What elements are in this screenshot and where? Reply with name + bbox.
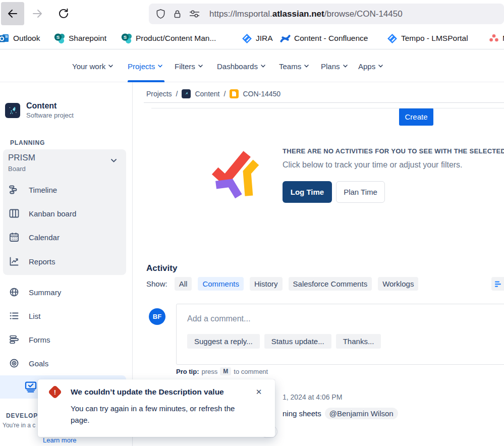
breadcrumb: Projects / Content / CON-14450	[146, 88, 281, 99]
nav-plans[interactable]: Plans	[321, 50, 348, 82]
shield-icon[interactable]	[155, 9, 166, 19]
filter-history[interactable]: History	[250, 277, 283, 291]
list-icon	[9, 311, 19, 321]
log-time-button[interactable]: Log Time	[283, 181, 332, 203]
sharepoint-icon: S	[54, 33, 65, 44]
sidebar-item-label: Calendar	[29, 233, 60, 242]
url-bar[interactable]: https://lmsportal.atlassian.net/browse/C…	[149, 4, 504, 24]
target-icon	[9, 358, 19, 368]
jira-icon	[242, 33, 252, 44]
nav-label: Dashboards	[217, 62, 258, 71]
sidebar-item-kanban-board[interactable]: Kanban board	[0, 203, 126, 224]
project-avatar-rocket-icon[interactable]	[5, 103, 20, 118]
bookmark-label: Content - Confluence	[294, 34, 368, 43]
user-avatar[interactable]: BF	[149, 308, 165, 325]
activity-heading: Activity	[146, 263, 177, 273]
nav-label: Teams	[279, 62, 301, 71]
tempo-logo-icon	[209, 147, 266, 204]
chevron-down-icon	[378, 65, 383, 68]
filter-salesforce-comments[interactable]: Salesforce Comments	[289, 277, 372, 291]
plan-time-button[interactable]: Plan Time	[336, 181, 385, 203]
bookmark-outlook[interactable]: Outlook	[0, 28, 40, 49]
planning-section-header: PLANNING	[10, 139, 45, 146]
keyboard-key-m: M	[220, 367, 231, 375]
pro-tip: Pro tip: press M to comment	[176, 367, 268, 375]
create-button[interactable]: Create	[399, 108, 433, 126]
bookmark-tempo[interactable]: Tempo - LMSPortal	[387, 28, 468, 49]
filter-all[interactable]: All	[175, 277, 192, 291]
comment-text-fragment: ning sheets @Benjamin Wilson	[283, 408, 398, 419]
sidebar-item-label: Kanban board	[29, 209, 76, 218]
browser-window: https://lmsportal.atlassian.net/browse/C…	[0, 0, 504, 446]
board-type: Board	[8, 165, 26, 173]
bookmark-confluence[interactable]: Content - Confluence	[280, 28, 368, 49]
filter-comments[interactable]: Comments	[198, 277, 244, 291]
reports-icon	[9, 256, 19, 266]
mention-benjamin-wilson[interactable]: @Benjamin Wilson	[325, 408, 398, 419]
quick-reply-thanks[interactable]: Thanks...	[336, 334, 381, 349]
comment-box[interactable]: Add a comment... Suggest a reply... Stat…	[176, 304, 504, 365]
chevron-down-icon	[261, 65, 265, 68]
quick-reply-suggest[interactable]: Suggest a reply...	[187, 334, 260, 349]
breadcrumb-projects[interactable]: Projects	[146, 90, 172, 98]
sidebar-item-list[interactable]: List	[0, 306, 126, 326]
chevron-down-icon	[304, 65, 309, 68]
nav-label: Projects	[128, 62, 155, 71]
chevron-down-icon	[198, 65, 203, 68]
forward-arrow-icon	[31, 8, 43, 20]
url-domain: atlassian.net	[272, 9, 324, 19]
chevron-down-icon[interactable]	[111, 159, 117, 162]
sidebar-item-calendar[interactable]: Calendar	[0, 227, 126, 247]
reload-button[interactable]	[52, 2, 75, 25]
forms-icon	[9, 334, 19, 345]
activity-filter-row: Show: All Comments History Salesforce Co…	[146, 277, 418, 291]
bookmark-asana[interactable]: M	[489, 28, 504, 49]
breadcrumb-separator: /	[224, 90, 226, 98]
nav-teams[interactable]: Teams	[279, 50, 309, 82]
sidebar-item-forms[interactable]: Forms	[0, 329, 126, 350]
bookmarks-bar: Outlook S Sharepoint S Product/Content M…	[0, 28, 504, 49]
toast-close-icon[interactable]: ✕	[253, 386, 264, 398]
lock-icon[interactable]	[173, 9, 182, 19]
sharepoint-icon: S	[121, 33, 132, 44]
nav-filters[interactable]: Filters	[175, 50, 203, 82]
bookmark-jira[interactable]: JIRA	[242, 28, 273, 49]
forward-button[interactable]	[27, 2, 47, 25]
bookmark-product-content[interactable]: S Product/Content Man...	[121, 28, 216, 49]
sidebar-item-summary[interactable]: Summary	[0, 282, 126, 302]
sidebar-item-label: Forms	[29, 336, 50, 344]
bookmark-label: Sharepoint	[69, 34, 106, 43]
reload-icon	[58, 8, 69, 19]
activity-sort-button[interactable]	[491, 277, 504, 291]
sidebar-item-goals[interactable]: Goals	[0, 353, 126, 373]
chevron-down-icon	[108, 65, 113, 68]
chevron-down-icon	[158, 65, 162, 68]
learn-more-link[interactable]: Learn more	[43, 436, 76, 444]
breadcrumb-project[interactable]: Content	[195, 90, 219, 98]
kanban-icon	[9, 208, 19, 218]
show-label: Show:	[146, 280, 167, 288]
nav-your-work[interactable]: Your work	[72, 50, 113, 82]
breadcrumb-separator: /	[176, 90, 178, 98]
board-name[interactable]: PRISM	[8, 153, 35, 163]
nav-apps[interactable]: Apps	[358, 50, 383, 82]
empty-state-title: THERE ARE NO ACTIVITIES FOR YOU TO SEE W…	[283, 147, 504, 155]
url-prefix: https://lmsportal.	[209, 9, 272, 19]
toast-title: We couldn’t update the Description value	[71, 387, 224, 397]
back-button[interactable]	[1, 2, 24, 25]
bookmark-label: Outlook	[13, 34, 40, 43]
sidebar-item-timeline[interactable]: Timeline	[0, 180, 126, 200]
section-divider	[151, 108, 504, 108]
breadcrumb-issue[interactable]: CON-14450	[243, 90, 281, 98]
sidebar-item-reports[interactable]: Reports	[0, 251, 126, 271]
pro-tip-press: press	[202, 368, 218, 375]
permissions-icon[interactable]	[189, 10, 200, 18]
chevron-down-icon	[343, 65, 348, 68]
nav-projects[interactable]: Projects	[128, 50, 162, 82]
bookmark-sharepoint[interactable]: S Sharepoint	[54, 28, 106, 49]
bookmark-label: Tempo - LMSPortal	[401, 34, 468, 43]
quick-reply-status[interactable]: Status update...	[264, 334, 331, 349]
filter-worklogs[interactable]: Worklogs	[378, 277, 418, 291]
jira-top-nav: Jira Your work Projects Filters Dashboar…	[0, 50, 504, 82]
nav-dashboards[interactable]: Dashboards	[217, 50, 265, 82]
